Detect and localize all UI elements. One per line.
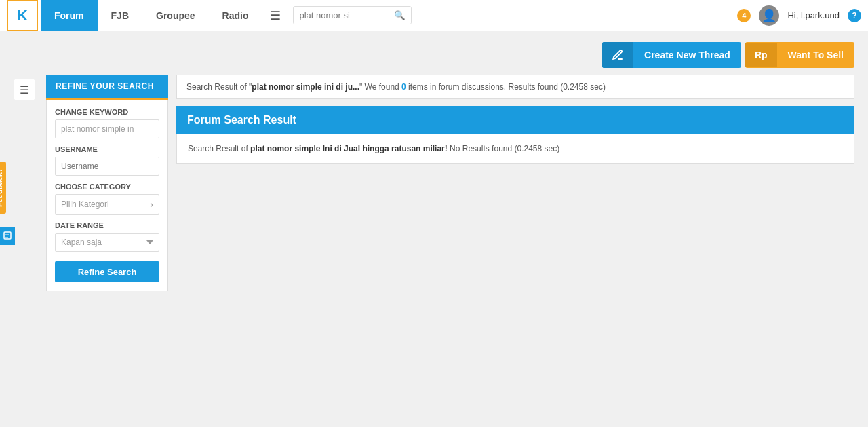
category-label: CHOOSE CATEGORY [55, 183, 159, 191]
nav-tab-fjb[interactable]: FJB [98, 0, 142, 31]
result-query: plat nomor simple ini di ju... [252, 82, 359, 92]
change-keyword-label: CHANGE KEYWORD [55, 108, 159, 116]
refine-header: REFINE YOUR SEARCH [46, 75, 168, 100]
search-box: 🔍 [293, 6, 412, 24]
nav-tab-groupee[interactable]: Groupee [142, 0, 209, 31]
sidebar-toggle-button[interactable]: ☰ [14, 79, 35, 100]
feedback-tab[interactable]: Feedback? [0, 161, 6, 213]
right-panel: Search Result of "plat nomor simple ini … [176, 75, 854, 291]
nav-tab-forum[interactable]: Forum [41, 0, 98, 31]
username-input[interactable] [55, 157, 159, 176]
create-thread-label: Create New Thread [633, 43, 741, 67]
avatar: 👤 [759, 5, 779, 26]
action-bar: Create New Thread Rp Want To Sell [0, 31, 868, 75]
search-input[interactable] [294, 7, 389, 24]
want-sell-label: Want To Sell [777, 43, 854, 67]
username-label: USERNAME [55, 145, 159, 153]
date-range-select[interactable]: Kapan saja Hari ini Minggu ini Bulan ini [55, 233, 159, 252]
logo-k-letter: K [17, 7, 28, 24]
notification-badge[interactable]: 4 [737, 9, 751, 22]
category-arrow-icon: › [150, 199, 153, 210]
result-count: 0 [401, 82, 406, 92]
hamburger-icon[interactable]: ☰ [262, 8, 289, 23]
search-button[interactable]: 🔍 [389, 7, 411, 24]
nav-right-area: 4 👤 Hi, l.park.und ? [737, 5, 861, 26]
date-range-label: DATE RANGE [55, 221, 159, 229]
refine-search-button[interactable]: Refine Search [55, 261, 159, 282]
want-to-sell-button[interactable]: Rp Want To Sell [745, 42, 854, 68]
nav-tab-radio[interactable]: Radio [209, 0, 262, 31]
user-greeting: Hi, l.park.und [787, 10, 840, 20]
forum-result-suffix: No Results found (0.2458 sec) [448, 144, 559, 153]
category-select[interactable]: Pilih Kategori › [55, 194, 159, 215]
forum-result-body: Search Result of plat nomor simple Ini d… [176, 134, 854, 164]
category-placeholder: Pilih Kategori [61, 200, 109, 209]
create-thread-button[interactable]: Create New Thread [602, 42, 741, 68]
keyword-input[interactable] [55, 119, 159, 138]
rp-icon: Rp [745, 43, 777, 67]
help-icon[interactable]: ? [848, 9, 861, 22]
left-panel: REFINE YOUR SEARCH CHANGE KEYWORD USERNA… [46, 75, 168, 291]
sidebar-toggle-area: ☰ [14, 75, 38, 291]
pencil-icon [602, 42, 633, 68]
result-bar-text: Search Result of "plat nomor simple ini … [186, 82, 606, 92]
forum-result-text: Search Result of plat nomor simple Ini d… [188, 144, 559, 153]
feedback-icon[interactable] [0, 227, 15, 245]
forum-result-header: Forum Search Result [176, 106, 854, 134]
top-navigation: K Forum FJB Groupee Radio ☰ 🔍 4 👤 Hi, l.… [0, 0, 868, 31]
main-content: ☰ REFINE YOUR SEARCH CHANGE KEYWORD USER… [0, 75, 868, 305]
refine-body: CHANGE KEYWORD USERNAME CHOOSE CATEGORY … [46, 100, 168, 291]
forum-result-query: plat nomor simple Ini di Jual hingga rat… [250, 144, 448, 153]
search-result-bar: Search Result of "plat nomor simple ini … [176, 75, 854, 99]
logo[interactable]: K [7, 0, 38, 31]
